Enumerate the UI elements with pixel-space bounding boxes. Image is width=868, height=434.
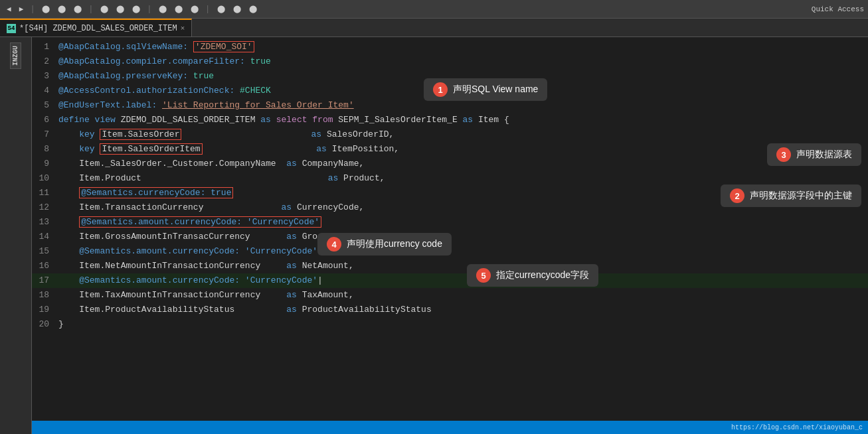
annotation-1: 1 声明SQL View name: [424, 78, 547, 101]
line-number: 5: [32, 100, 56, 110]
line-content: key Item.SalesOrderItem as ItemPosition,: [56, 142, 868, 157]
line-content: key Item.SalesOrder as SalesOrderID,: [56, 127, 868, 142]
line-number: 13: [32, 217, 56, 227]
line-number: 10: [32, 173, 56, 183]
main-area: INZGU 1@AbapCatalog.sqlViewName: 'ZDEMO_…: [0, 37, 868, 434]
tabbar: S4 *[S4H] ZDEMO_DDL_SALES_ORDER_ITEM ×: [0, 19, 868, 37]
toolbar-btn-5[interactable]: ⬤: [114, 4, 127, 14]
annotation-1-text: 声明SQL View name: [453, 84, 538, 96]
line-number: 8: [32, 144, 56, 154]
code-line: 7 key Item.SalesOrder as SalesOrderID,: [32, 127, 868, 142]
line-content: @Semantics.amount.currencyCode: 'Currenc…: [56, 244, 868, 259]
code-line: 19 Item.ProductAvailabilityStatus as Pro…: [32, 303, 868, 317]
line-number: 17: [32, 275, 56, 285]
line-number: 12: [32, 202, 56, 212]
line-number: 3: [32, 71, 56, 81]
line-number: 15: [32, 246, 56, 256]
code-line: 18 Item.TaxAmountInTransactionCurrency a…: [32, 288, 868, 303]
line-content: @AbapCatalog.compiler.compareFilter: tru…: [56, 54, 868, 69]
line-number: 14: [32, 232, 56, 242]
toolbar-btn-11[interactable]: ⬤: [230, 4, 244, 14]
line-number: 7: [32, 129, 56, 139]
line-number: 2: [32, 56, 56, 66]
status-url: https://blog.csdn.net/xiaoyuban_c: [731, 424, 863, 431]
code-line: 20}: [32, 317, 868, 332]
line-number: 18: [32, 290, 56, 300]
toolbar-btn-9[interactable]: ⬤: [188, 4, 201, 14]
annotation-2-text: 声明数据源字段中的主键: [750, 190, 852, 202]
sidebar-label: INZGU: [10, 42, 21, 69]
toolbar-btn-8[interactable]: ⬤: [172, 4, 185, 14]
line-number: 20: [32, 319, 56, 329]
annotation-4: 4 声明使用currency code: [317, 233, 452, 255]
code-line: 9 Item._SalesOrder._Customer.CompanyName…: [32, 157, 868, 171]
line-content: @Semantics.amount.currencyCode: 'Currenc…: [56, 215, 868, 230]
toolbar-btn-back[interactable]: ◀: [4, 4, 14, 14]
toolbar-btn-6[interactable]: ⬤: [130, 4, 143, 14]
annotation-4-text: 声明使用currency code: [347, 238, 442, 250]
toolbar-btn-fwd[interactable]: ▶: [17, 4, 27, 14]
sidebar: INZGU: [0, 37, 32, 434]
code-line: 1@AbapCatalog.sqlViewName: 'ZDEMO_SOI': [32, 40, 868, 54]
toolbar-btn-4[interactable]: ⬤: [98, 4, 111, 14]
code-line: 17 @Semantics.amount.currencyCode: 'Curr…: [32, 273, 868, 288]
line-content: Item._SalesOrder._Customer.CompanyName a…: [56, 157, 868, 171]
toolbar-btn-1[interactable]: ⬤: [39, 4, 52, 14]
line-number: 9: [32, 159, 56, 169]
annotation-5: 5 指定currencycode字段: [467, 264, 598, 287]
badge-5: 5: [476, 268, 491, 283]
code-line: 16 Item.NetAmountInTransactionCurrency a…: [32, 259, 868, 273]
code-line: 13 @Semantics.amount.currencyCode: 'Curr…: [32, 215, 868, 230]
badge-1: 1: [433, 82, 448, 97]
line-number: 16: [32, 261, 56, 271]
line-number: 1: [32, 42, 56, 52]
toolbar-btn-3[interactable]: ⬤: [71, 4, 84, 14]
toolbar-btn-2[interactable]: ⬤: [55, 4, 68, 14]
line-content: Item.TaxAmountInTransactionCurrency as T…: [56, 288, 868, 303]
badge-2: 2: [730, 188, 744, 203]
annotation-3: 3 声明数据源表: [767, 143, 861, 166]
badge-4: 4: [327, 237, 341, 252]
line-content: Item.Product as Product,: [56, 171, 868, 186]
quick-access: Quick Access: [812, 5, 864, 13]
editor[interactable]: 1@AbapCatalog.sqlViewName: 'ZDEMO_SOI'2@…: [32, 37, 868, 434]
annotation-2: 2 声明数据源字段中的主键: [721, 184, 861, 207]
tab-label: *[S4H] ZDEMO_DDL_SALES_ORDER_ITEM: [19, 24, 177, 33]
annotation-3-text: 声明数据源表: [796, 149, 852, 161]
line-content: @Semantics.amount.currencyCode: 'Currenc…: [56, 273, 868, 288]
toolbar-btn-7[interactable]: ⬤: [156, 4, 169, 14]
status-bar: https://blog.csdn.net/xiaoyuban_c: [32, 421, 868, 434]
line-content: }: [56, 317, 868, 332]
code-line: 8 key Item.SalesOrderItem as ItemPositio…: [32, 142, 868, 157]
line-number: 6: [32, 115, 56, 125]
annotation-5-text: 指定currencycode字段: [496, 269, 589, 281]
code-line: 6define view ZDEMO_DDL_SALES_ORDER_ITEM …: [32, 113, 868, 127]
line-content: @AbapCatalog.sqlViewName: 'ZDEMO_SOI': [56, 40, 868, 54]
toolbar: ◀ ▶ | ⬤ ⬤ ⬤ | ⬤ ⬤ ⬤ | ⬤ ⬤ ⬤ | ⬤ ⬤ ⬤ Quic…: [0, 0, 868, 19]
code-line: 10 Item.Product as Product,: [32, 171, 868, 186]
editor-tab[interactable]: S4 *[S4H] ZDEMO_DDL_SALES_ORDER_ITEM ×: [0, 19, 192, 36]
line-content: Item.NetAmountInTransactionCurrency as N…: [56, 259, 868, 273]
line-number: 19: [32, 305, 56, 315]
line-number: 4: [32, 86, 56, 96]
toolbar-btn-12[interactable]: ⬤: [246, 4, 260, 14]
line-content: define view ZDEMO_DDL_SALES_ORDER_ITEM a…: [56, 113, 868, 127]
line-content: Item.ProductAvailabilityStatus as Produc…: [56, 303, 868, 317]
badge-3: 3: [776, 147, 791, 162]
line-number: 11: [32, 188, 56, 198]
toolbar-btn-10[interactable]: ⬤: [215, 4, 228, 14]
tab-icon: S4: [7, 24, 16, 33]
code-line: 2@AbapCatalog.compiler.compareFilter: tr…: [32, 54, 868, 69]
line-content: Item.GrossAmountInTransacCurrency as Gro…: [56, 230, 868, 244]
tab-close-button[interactable]: ×: [181, 25, 185, 33]
